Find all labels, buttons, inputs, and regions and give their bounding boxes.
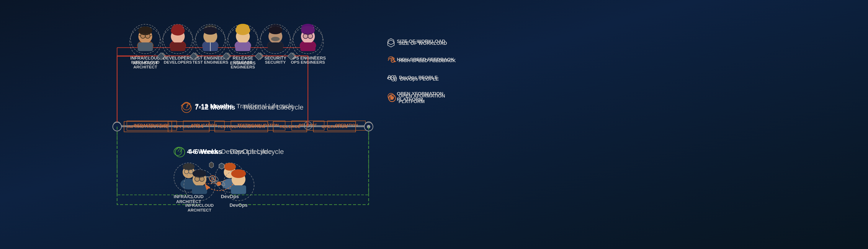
legend-devops-people-label: DevOps PEOPLE (399, 75, 438, 80)
devops-label-rest: DevOps Lifecycle (221, 148, 272, 155)
svg-point-29 (204, 25, 216, 31)
svg-text:SECURITY: SECURITY (264, 56, 286, 61)
svg-text:ARCHITECT: ARCHITECT (133, 61, 158, 65)
svg-point-23 (172, 24, 184, 32)
svg-rect-5 (0, 0, 868, 249)
svg-point-43 (272, 35, 279, 39)
svg-text:APPLICATION: APPLICATION (191, 123, 217, 128)
svg-text:INFRA/CLOUD: INFRA/CLOUD (174, 194, 204, 199)
svg-point-42 (269, 24, 281, 31)
traditional-label-bold: 7-12 Months (195, 102, 233, 110)
svg-point-34 (235, 40, 251, 51)
svg-text:ARCHITECT: ARCHITECT (176, 199, 201, 204)
svg-text:INFRASTRUCTURE: INFRASTRUCTURE (134, 123, 170, 128)
svg-point-13 (137, 40, 154, 51)
svg-point-48 (300, 40, 316, 51)
svg-text:DEVELOPERS: DEVELOPERS (163, 56, 193, 61)
svg-point-75 (180, 179, 197, 189)
diagram-container: INFRA/CLOUD ARCHITECT DEVELOPERS TEST EN… (0, 0, 868, 249)
svg-point-83 (222, 179, 238, 189)
legend-feedback-label: HIGH SPEED FEEDBACK (397, 57, 454, 62)
svg-text:DevOps: DevOps (221, 194, 239, 199)
svg-point-41 (267, 40, 284, 51)
svg-point-22 (169, 40, 186, 51)
svg-point-76 (183, 163, 195, 170)
svg-text:TEST ENGINEERS: TEST ENGINEERS (191, 56, 229, 61)
devops-label-bold: 4-6 Weeks (187, 148, 219, 155)
svg-point-84 (224, 163, 236, 171)
svg-marker-86 (209, 162, 214, 168)
svg-point-35 (236, 24, 249, 32)
svg-text:RELEASE: RELEASE (232, 56, 253, 61)
svg-text:INFRA/CLOUD: INFRA/CLOUD (130, 56, 160, 61)
traditional-label-rest: Traditional Lifecycle (236, 102, 293, 110)
legend-size-label: SIZE OF WORKLOAD (397, 39, 445, 44)
svg-point-28 (202, 40, 219, 51)
svg-point-49 (301, 24, 314, 32)
svg-point-91 (390, 95, 393, 98)
svg-text:TESTING/VALIDATION: TESTING/VALIDATION (238, 123, 279, 128)
svg-text:ENGINEERS: ENGINEERS (230, 61, 256, 65)
legend-platform-label: OPEN XFORMATION (397, 91, 443, 96)
svg-text:OPS ENGINEERS: OPS ENGINEERS (290, 56, 326, 61)
legend-platform-label2: PLATFORM (397, 97, 423, 102)
